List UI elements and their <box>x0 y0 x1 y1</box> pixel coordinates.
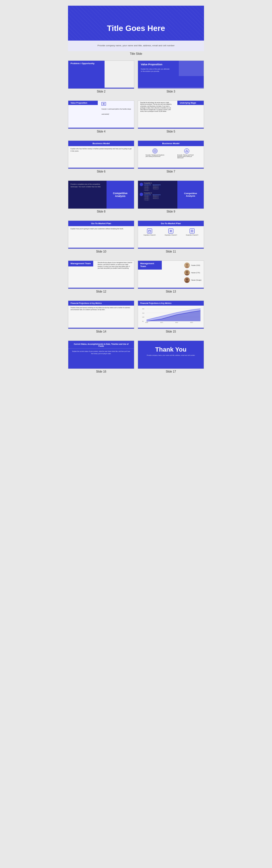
svg-text:100: 100 <box>142 317 144 318</box>
person-2: Hacker (CTO) <box>184 270 201 276</box>
comp-1-strengths: STRENGTHS • Strength 1• Strength 2• Stre… <box>144 184 151 191</box>
slide-16-header: Current Status, Accomplishments to Date,… <box>68 341 134 349</box>
channel-3-icon <box>190 228 195 234</box>
slide-8-right-text: Competitive Analysis <box>109 192 132 197</box>
slide-16-body: Explain the current status of your produ… <box>68 349 134 356</box>
svg-marker-6 <box>185 150 188 152</box>
avatar-1 <box>184 262 190 268</box>
slide-11-channel-1: Acquisition Channel 1 <box>141 228 159 236</box>
slide-3-label: Slide 3 <box>167 89 175 96</box>
slide-7-circle-1 <box>152 148 158 154</box>
slide-7-col: Business Model Example: 'Student and Aca… <box>138 141 204 176</box>
slide-4: Value Proposition Example: 'a web based … <box>68 100 134 129</box>
slide-3-body: Explain the value of the pain you allevi… <box>138 67 174 73</box>
slide-11-line <box>138 248 204 249</box>
slide-12-body: Describe the key players of your managem… <box>96 261 134 271</box>
svg-text:2021: 2021 <box>160 322 163 323</box>
slide-10-body: Explain how you're going to reach your c… <box>68 226 134 231</box>
slide-10: Go-To-Market Plan Explain how you're goi… <box>68 220 134 249</box>
slide-3: Value Proposition Explain the value of t… <box>138 60 204 89</box>
slide-2-line <box>68 88 134 89</box>
slide-9-left: Competitor 1 STRENGTHS • Strength 1• Str… <box>138 181 176 203</box>
svg-text:150: 150 <box>142 312 144 314</box>
slide-11: Go-To-Market Plan Acquisition Channel 1 … <box>138 220 204 249</box>
slide-5-col: Underlying Magic Describe the technology… <box>138 100 204 136</box>
slide-9-right: Competitive Analysis <box>177 181 204 209</box>
svg-marker-10 <box>171 230 171 231</box>
slide-2-col: Problem / Opportunity Describe the pain … <box>68 60 134 96</box>
slide-14-label: Slide 14 <box>96 329 106 336</box>
comp-2-icon <box>140 193 143 196</box>
slide-16-label: Slide 16 <box>96 369 106 376</box>
comp-1-name: Competitor 1 <box>144 182 161 184</box>
slide-12-line <box>68 288 134 288</box>
svg-text:200: 200 <box>142 308 144 310</box>
slide-15-header: Financial Projections & Key Metrics <box>138 301 204 306</box>
comp-2-weaknesses: WEAKNESSES • Weakness 1• Weakness 2• Wea… <box>153 194 161 201</box>
slide-6-header: Business Model <box>68 141 134 146</box>
slide-4-header: Value Proposition <box>68 101 98 105</box>
svg-point-16 <box>185 274 189 276</box>
slide-10-line <box>68 248 134 249</box>
slide-7-icon-1: Example: 'Student and Academic plan star… <box>146 148 164 159</box>
slide-7-label: Slide 7 <box>167 169 175 176</box>
slide-2: Problem / Opportunity Describe the pain … <box>68 60 134 89</box>
person-3-label: Hipster (Design) <box>191 279 201 281</box>
person-2-label: Hacker (CTO) <box>191 272 200 274</box>
slide-14: Financial Projections & Key Metrics Prov… <box>68 301 134 329</box>
slide-9: Competitor 1 STRENGTHS • Strength 1• Str… <box>138 181 204 209</box>
slide-11-channels: Acquisition Channel 1 Acquisition Channe… <box>138 226 204 238</box>
person-1: Hustler (CEO) <box>184 262 201 268</box>
svg-point-17 <box>186 278 188 281</box>
slide-13-col: Management Team Hustler (CEO) Hacker (CT… <box>138 260 204 296</box>
svg-text:50: 50 <box>142 321 144 322</box>
slide-4-label: Slide 4 <box>97 129 106 136</box>
slide-15: Financial Projections & Key Metrics 200 … <box>138 301 204 329</box>
slide-13-people: Hustler (CEO) Hacker (CTO) Hipster (Desi… <box>184 262 201 283</box>
slide-6: Business Model Explain who has his/her m… <box>68 141 134 169</box>
slide-5-body: Describe the technology, the secret sauc… <box>138 101 174 114</box>
title-slide-wrapper: Title Goes Here Provide company name, yo… <box>68 6 204 58</box>
icon-box-1 <box>101 102 106 105</box>
person-1-label: Hustler (CEO) <box>191 265 200 266</box>
slide-8: Provide a complete view of the competiti… <box>68 181 134 209</box>
slide-4-icon-text-1: Example: 'a web based platform that hand… <box>101 108 131 115</box>
svg-point-18 <box>185 281 189 283</box>
slide-7-header: Business Model <box>138 141 204 146</box>
slide-16: Current Status, Accomplishments to Date,… <box>68 341 134 369</box>
svg-marker-8 <box>148 230 151 230</box>
slide-5-line <box>138 128 204 128</box>
slide-9-right-text: Competitive Analysis <box>180 192 201 197</box>
slide-7-icons: Example: 'Student and Academic plan star… <box>138 146 204 161</box>
svg-rect-7 <box>148 230 151 232</box>
avatar-3 <box>184 277 190 283</box>
slide-11-channel-2: Acquisition Channel 2 <box>162 228 180 236</box>
slide-9-col: Competitor 1 STRENGTHS • Strength 1• Str… <box>138 181 204 216</box>
slide-17: Thank You Provide company name, your nam… <box>138 341 204 369</box>
slide-9-label: Slide 9 <box>167 209 175 216</box>
avatar-2 <box>184 270 190 276</box>
slide-7-line <box>138 168 204 168</box>
slide-12-label: Slide 12 <box>96 289 106 296</box>
slide-8-label: Slide 8 <box>97 209 106 216</box>
svg-text:2023: 2023 <box>190 322 193 323</box>
slide-5: Underlying Magic Describe the technology… <box>138 100 204 129</box>
slide-11-header: Go-To-Market Plan <box>138 221 204 226</box>
svg-rect-0 <box>103 103 105 105</box>
slide-3-col: Value Proposition Explain the value of t… <box>138 60 204 96</box>
slide-3-line <box>138 88 204 89</box>
slide-14-col: Financial Projections & Key Metrics Prov… <box>68 301 134 336</box>
slide-3-box <box>179 61 204 76</box>
slide-12-header: Management Team <box>68 261 93 267</box>
slide-13-line <box>138 288 204 288</box>
channel-2-icon <box>168 228 173 234</box>
slide-13-label: Slide 13 <box>166 289 176 296</box>
channel-1-icon <box>147 228 152 234</box>
title-slide-label: Title Slide <box>68 51 204 58</box>
slide-8-left: Provide a complete view of the competiti… <box>68 181 105 190</box>
slide-4-icon-1: Example: 'a web based platform that hand… <box>101 102 132 129</box>
slide-13-header: Management Team <box>138 261 162 270</box>
slide-14-header: Financial Projections & Key Metrics <box>68 301 134 306</box>
svg-rect-3 <box>154 150 156 152</box>
title-slide-title: Title Goes Here <box>107 24 165 33</box>
